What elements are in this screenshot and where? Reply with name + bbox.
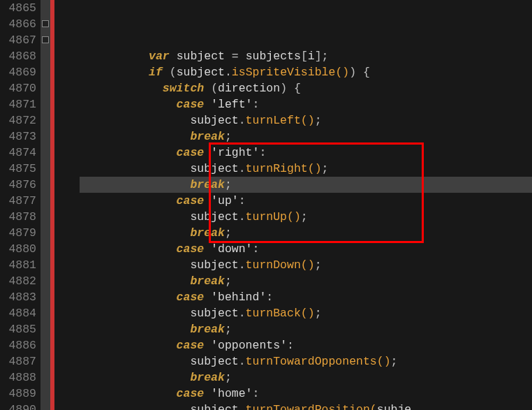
line-number: 4877 [3,193,36,209]
code-line[interactable]: break; [80,369,532,386]
fold-toggle-icon[interactable] [42,36,49,43]
code-line[interactable]: subject.turnDown(); [80,257,532,273]
line-number: 4875 [3,161,36,177]
code-line[interactable]: case 'up': [80,193,532,209]
line-number: 4882 [3,273,36,289]
line-number: 4865 [3,0,36,16]
line-number: 4884 [3,305,36,321]
code-line[interactable]: case 'left': [80,96,532,112]
line-number: 4866 [3,16,36,32]
line-number: 4870 [3,80,36,96]
line-number: 4873 [3,129,36,145]
line-number: 4886 [3,337,36,353]
line-number-gutter: 4865486648674868486948704871487248734874… [0,0,40,410]
code-line[interactable]: case 'down': [80,241,532,257]
code-line[interactable]: switch (direction) { [80,80,532,96]
code-line[interactable]: case 'opponents': [80,337,532,353]
code-line[interactable]: break; [80,225,532,241]
code-line[interactable]: break; [80,177,532,193]
line-number: 4872 [3,112,36,129]
line-number: 4888 [3,369,36,386]
code-line[interactable]: case 'right': [80,145,532,161]
line-number: 4869 [3,64,36,80]
line-number: 4889 [3,386,36,402]
line-number: 4868 [3,48,36,64]
code-line[interactable]: subject.turnTowardOpponents(); [80,353,532,369]
code-line[interactable]: subject.turnRight(); [80,161,532,177]
code-line[interactable]: subject.turnUp(); [80,209,532,225]
line-number: 4887 [3,353,36,369]
line-number: 4890 [3,402,36,410]
code-editor[interactable]: 4865486648674868486948704871487248734874… [0,0,532,410]
code-line[interactable]: case 'home': [80,386,532,402]
margin-column [54,0,80,410]
code-area[interactable]: var subject = subjects[i];if (subject.is… [80,0,532,410]
code-line[interactable]: subject.turnBack(); [80,305,532,321]
code-line[interactable]: break; [80,321,532,337]
code-line[interactable]: var subject = subjects[i]; [80,48,532,64]
line-number: 4876 [3,177,36,193]
line-number: 4881 [3,257,36,273]
code-line[interactable]: subject.turnLeft(); [80,112,532,129]
line-number: 4879 [3,225,36,241]
code-line[interactable]: if (subject.isSpriteVisible()) { [80,64,532,80]
line-number: 4874 [3,145,36,161]
fold-toggle-icon[interactable] [42,20,49,27]
code-line[interactable]: subject.turnTowardPosition(subje [80,402,532,410]
line-number: 4867 [3,32,36,48]
code-line[interactable]: case 'behind': [80,289,532,305]
line-number: 4885 [3,321,36,337]
fold-column[interactable] [40,0,50,410]
line-number: 4871 [3,96,36,112]
line-number: 4880 [3,241,36,257]
code-line[interactable]: break; [80,129,532,145]
code-line[interactable]: break; [80,273,532,289]
line-number: 4883 [3,289,36,305]
line-number: 4878 [3,209,36,225]
